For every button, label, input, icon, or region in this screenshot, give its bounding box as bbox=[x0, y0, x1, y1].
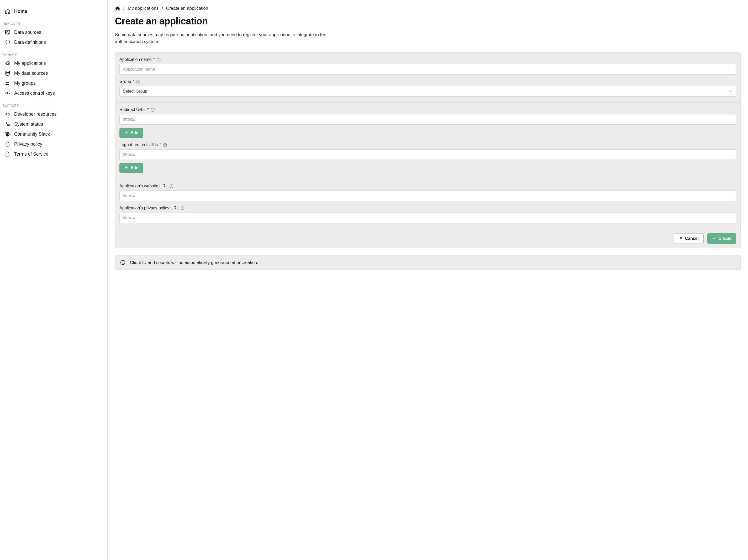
sidebar-section-discover: DISCOVER bbox=[0, 16, 107, 27]
form-actions: Cancel Create bbox=[115, 229, 740, 248]
svg-point-2 bbox=[6, 71, 10, 73]
label-text: Redirect URIs bbox=[119, 107, 146, 112]
help-icon[interactable] bbox=[150, 108, 155, 112]
field-group: Group * Select Group bbox=[119, 79, 736, 97]
sidebar-item-my-data-sources[interactable]: My data sources bbox=[0, 68, 107, 78]
field-label: Application name * bbox=[119, 57, 736, 62]
svg-rect-8 bbox=[8, 133, 9, 135]
field-website-url: Application's website URL bbox=[119, 184, 736, 201]
info-text: Client ID and secrets will be automatica… bbox=[130, 260, 258, 265]
breadcrumb-my-applications[interactable]: My applications bbox=[128, 6, 159, 11]
svg-point-4 bbox=[8, 82, 9, 83]
sidebar-item-community-slack[interactable]: Community Slack bbox=[0, 129, 107, 139]
select-placeholder: Select Group bbox=[123, 89, 147, 94]
sidebar-item-my-applications[interactable]: My applications bbox=[0, 58, 107, 68]
sidebar-item-access-control-keys[interactable]: Access control keys bbox=[0, 88, 107, 98]
help-icon[interactable] bbox=[169, 184, 174, 188]
home-icon[interactable] bbox=[115, 6, 120, 11]
svg-rect-9 bbox=[7, 135, 9, 136]
info-banner: Client ID and secrets will be automatica… bbox=[115, 255, 741, 270]
svg-point-6 bbox=[8, 125, 10, 126]
breadcrumb-separator: / bbox=[123, 6, 125, 11]
key-icon bbox=[5, 90, 10, 96]
add-redirect-uri-button[interactable]: Add bbox=[119, 128, 143, 138]
field-label: Application's website URL bbox=[119, 184, 736, 188]
sidebar-item-data-sources[interactable]: Data sources bbox=[0, 27, 107, 37]
svg-point-3 bbox=[6, 81, 8, 83]
pulse-search-icon bbox=[5, 121, 10, 127]
button-label: Add bbox=[131, 166, 139, 170]
field-label: Logout redirect URIs * bbox=[119, 142, 736, 147]
field-logout-redirect-uris: Logout redirect URIs * Add bbox=[119, 142, 736, 173]
label-text: Application's website URL bbox=[119, 184, 168, 188]
help-icon[interactable] bbox=[157, 57, 161, 62]
document-icon bbox=[5, 141, 10, 147]
close-icon bbox=[679, 236, 683, 241]
sidebar-item-label: Access control keys bbox=[14, 91, 55, 96]
home-icon bbox=[5, 8, 10, 14]
sidebar-item-privacy-policy[interactable]: Privacy policy bbox=[0, 139, 107, 149]
sidebar-item-label: My applications bbox=[14, 61, 46, 66]
privacy-url-input[interactable] bbox=[119, 213, 736, 223]
form-section-basic: Application name * Group * bbox=[115, 52, 740, 102]
page-description: Some data sources may require authentica… bbox=[115, 31, 351, 45]
svg-rect-7 bbox=[6, 134, 7, 136]
svg-point-1 bbox=[6, 31, 8, 33]
website-url-input[interactable] bbox=[119, 190, 736, 201]
database-icon bbox=[5, 70, 10, 76]
label-text: Application's privacy policy URL bbox=[119, 206, 179, 210]
form-card: Application name * Group * bbox=[115, 52, 741, 248]
required-asterisk: * bbox=[133, 79, 134, 84]
sidebar-item-label: Developer resources bbox=[14, 112, 56, 117]
sidebar-item-data-definitions[interactable]: Data definitions bbox=[0, 37, 107, 47]
document-icon bbox=[5, 151, 10, 157]
database-search-icon bbox=[5, 29, 10, 35]
sidebar-item-label: My data sources bbox=[14, 71, 48, 76]
svg-rect-0 bbox=[5, 30, 10, 34]
button-label: Add bbox=[131, 131, 139, 135]
button-label: Cancel bbox=[685, 236, 699, 241]
group-select[interactable]: Select Group bbox=[119, 86, 736, 97]
page-title: Create an application bbox=[115, 16, 741, 27]
sidebar-item-label: System status bbox=[14, 121, 43, 127]
field-redirect-uris: Redirect URIs * Add bbox=[119, 107, 736, 138]
users-icon bbox=[5, 80, 10, 86]
sidebar-item-developer-resources[interactable]: Developer resources bbox=[0, 109, 107, 119]
field-label: Group * bbox=[119, 79, 736, 84]
sidebar-item-my-groups[interactable]: My groups bbox=[0, 78, 107, 88]
svg-rect-10 bbox=[6, 133, 8, 134]
field-label: Application's privacy policy URL bbox=[119, 206, 736, 210]
sidebar-item-label: My groups bbox=[14, 80, 36, 86]
cancel-button[interactable]: Cancel bbox=[674, 233, 704, 244]
field-label: Redirect URIs * bbox=[119, 107, 736, 112]
code-icon bbox=[5, 111, 10, 117]
main-content: / My applications / Create an applicatio… bbox=[108, 0, 748, 560]
help-icon[interactable] bbox=[163, 143, 167, 147]
breadcrumb-separator: / bbox=[162, 6, 163, 11]
sidebar-item-terms-of-service[interactable]: Terms of Service bbox=[0, 149, 107, 159]
redirect-uri-input[interactable] bbox=[119, 114, 736, 125]
plus-icon bbox=[124, 130, 128, 135]
svg-point-5 bbox=[6, 92, 8, 94]
puzzle-icon bbox=[5, 60, 10, 66]
required-asterisk: * bbox=[160, 142, 161, 147]
sidebar-item-label: Privacy policy bbox=[14, 141, 42, 147]
create-button[interactable]: Create bbox=[707, 233, 736, 244]
sidebar-section-support: SUPPORT bbox=[0, 98, 107, 109]
sidebar-item-label: Terms of Service bbox=[14, 151, 48, 157]
help-icon[interactable] bbox=[136, 79, 140, 84]
form-section-urls: Application's website URL Application's … bbox=[115, 179, 740, 229]
info-icon bbox=[120, 259, 126, 265]
sidebar-item-label: Community Slack bbox=[14, 132, 50, 137]
plus-icon bbox=[124, 165, 128, 170]
sidebar-item-home[interactable]: Home bbox=[0, 6, 107, 16]
check-icon bbox=[712, 236, 716, 241]
logout-redirect-uri-input[interactable] bbox=[119, 149, 736, 160]
help-icon[interactable] bbox=[180, 206, 185, 210]
button-label: Create bbox=[718, 236, 731, 241]
application-name-input[interactable] bbox=[119, 64, 736, 74]
sidebar-item-label: Home bbox=[14, 9, 27, 14]
sidebar-item-system-status[interactable]: System status bbox=[0, 119, 107, 129]
sidebar-item-label: Data definitions bbox=[14, 40, 46, 45]
add-logout-redirect-uri-button[interactable]: Add bbox=[119, 163, 143, 173]
